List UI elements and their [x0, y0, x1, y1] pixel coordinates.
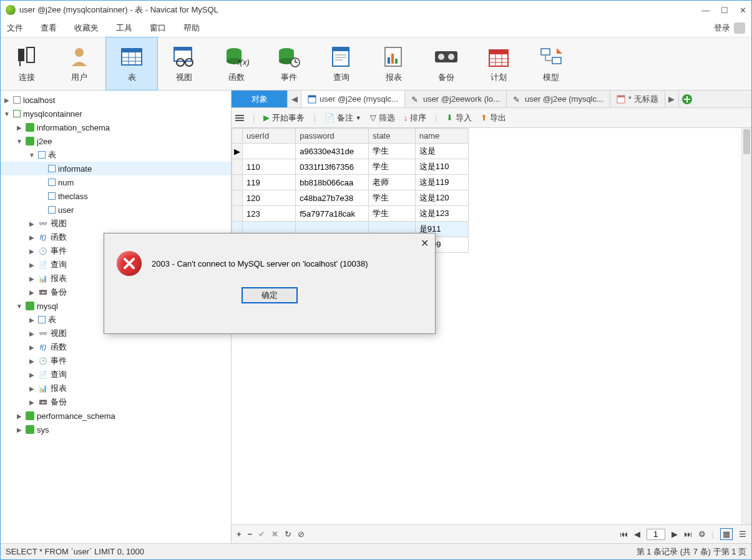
begin-transaction-button[interactable]: ▶开始事务 — [263, 112, 305, 124]
table-row[interactable]: 123f5a7977a18cak学生这是123 — [232, 206, 469, 222]
refresh-button[interactable]: ↻ — [285, 529, 291, 539]
hamburger-button[interactable] — [235, 115, 244, 121]
add-row-button[interactable]: + — [237, 529, 242, 539]
first-page-button[interactable]: ⏮ — [620, 529, 628, 539]
tree-db-information-schema[interactable]: ▶information_schema — [1, 120, 231, 134]
cell-userId[interactable]: 119 — [243, 175, 296, 190]
cell-name[interactable]: 这是119 — [415, 175, 468, 190]
cell-name[interactable]: 这是 — [415, 144, 468, 159]
cell-password[interactable]: f5a7977a18cak — [296, 206, 369, 222]
toolbar-user[interactable]: 用户 — [53, 37, 105, 90]
cell-state[interactable]: 学生 — [369, 144, 416, 159]
note-button[interactable]: 📄备注▼ — [325, 112, 361, 124]
tree-table-informate[interactable]: informate — [1, 162, 231, 175]
cell-userId[interactable]: 110 — [243, 159, 296, 175]
tree-db-j2ee[interactable]: ▼j2ee — [1, 134, 231, 148]
toolbar-query[interactable]: 查询 — [315, 37, 368, 90]
col-state[interactable]: state — [369, 129, 416, 144]
toolbar-report[interactable]: 报表 — [368, 37, 420, 90]
commit-button[interactable]: ✔ — [258, 529, 265, 539]
tab-user-j2ee-1[interactable]: user @j2ee (mysqlc... — [301, 91, 405, 107]
cancel-button[interactable]: ✖ — [271, 529, 278, 539]
table-row[interactable]: 119bb818b066caa老师这是119 — [232, 175, 469, 190]
toolbar-view[interactable]: 视图 — [158, 37, 210, 90]
cell-password[interactable]: a96330e431de — [296, 144, 369, 159]
dialog-close-button[interactable]: ✕ — [421, 237, 429, 249]
table-row[interactable]: 1100331f13f67356学生这是110 — [232, 159, 469, 175]
toolbar-function[interactable]: f(x)函数 — [210, 37, 263, 90]
toolbar-table[interactable]: 表 — [105, 37, 158, 91]
tree-tables-folder[interactable]: ▼表 — [1, 148, 231, 162]
last-page-button[interactable]: ⏭ — [684, 529, 692, 539]
menu-file[interactable]: 文件 — [7, 22, 23, 34]
cell-name[interactable]: 这是120 — [415, 190, 468, 206]
minimize-button[interactable]: — — [701, 6, 710, 15]
menu-view[interactable]: 查看 — [41, 22, 57, 34]
tab-user-j2ee-2[interactable]: ✎user @j2ee (mysqlc... — [507, 91, 610, 107]
tree-table-num[interactable]: num — [1, 175, 231, 189]
table-row[interactable]: 120c48ba27b7e38学生这是120 — [232, 190, 469, 206]
cell-password[interactable]: bb818b066caa — [296, 175, 369, 190]
tree-table-theclass[interactable]: theclass — [1, 189, 231, 203]
stop-button[interactable]: ⊘ — [298, 529, 305, 539]
menu-tools[interactable]: 工具 — [116, 22, 132, 34]
tab-objects[interactable]: 对象 — [232, 91, 288, 107]
cell-state[interactable]: 学生 — [369, 206, 416, 222]
cell-state[interactable]: 学生 — [369, 190, 416, 206]
table-row[interactable]: ▶a96330e431de学生这是 — [232, 144, 469, 159]
tab-prev[interactable]: ◀ — [288, 91, 301, 107]
menu-favorites[interactable]: 收藏夹 — [74, 22, 99, 34]
tab-next[interactable]: ▶ — [665, 91, 679, 107]
dialog-ok-button[interactable]: 确定 — [242, 287, 298, 303]
scrollbar-thumb[interactable] — [743, 129, 750, 154]
cell-userId[interactable] — [243, 144, 296, 159]
form-view-button[interactable]: ☰ — [739, 529, 746, 539]
toolbar-event[interactable]: 事件 — [263, 37, 315, 90]
tab-user-j2eework[interactable]: ✎user @j2eework (lo... — [405, 91, 507, 107]
settings-button[interactable]: ⚙ — [698, 529, 706, 539]
tree-reports2[interactable]: ▶📊报表 — [1, 381, 231, 395]
col-password[interactable]: password — [296, 129, 369, 144]
tree-connection-mysqlcontainner[interactable]: ▼mysqlcontainner — [1, 107, 231, 120]
delete-row-button[interactable]: − — [248, 529, 253, 539]
menu-help[interactable]: 帮助 — [183, 22, 200, 34]
cell-userId[interactable]: 123 — [243, 206, 296, 222]
export-button[interactable]: ⬆导出 — [481, 112, 506, 124]
tree-functions2[interactable]: ▶f()函数 — [1, 340, 231, 354]
cell-name[interactable]: 这是110 — [415, 159, 468, 175]
tree-events2[interactable]: ▶🕒事件 — [1, 354, 231, 368]
tree-backups2[interactable]: ▶📼备份 — [1, 395, 231, 409]
filter-button[interactable]: ▽筛选 — [370, 112, 395, 124]
tab-new[interactable] — [679, 91, 695, 107]
vertical-scrollbar[interactable] — [741, 128, 751, 524]
cell-state[interactable]: 老师 — [369, 175, 416, 190]
toolbar-schedule[interactable]: 计划 — [472, 37, 525, 90]
grid-view-button[interactable]: ▦ — [720, 528, 733, 540]
cell-name[interactable]: 这是123 — [415, 206, 468, 222]
login-link[interactable]: 登录 — [714, 22, 745, 34]
page-input[interactable] — [647, 529, 665, 540]
prev-page-button[interactable]: ◀ — [634, 529, 640, 539]
cell-state[interactable]: 学生 — [369, 159, 416, 175]
tree-db-performance-schema[interactable]: ▶performance_schema — [1, 409, 231, 423]
next-page-button[interactable]: ▶ — [671, 529, 678, 539]
toolbar-backup[interactable]: 备份 — [420, 37, 472, 90]
sort-button[interactable]: ↓排序 — [404, 112, 427, 124]
cell-userId[interactable]: 120 — [243, 190, 296, 206]
import-button[interactable]: ⬇导入 — [446, 112, 472, 124]
toolbar-model[interactable]: 模型 — [525, 37, 577, 90]
tree-views[interactable]: ▶👓视图 — [1, 217, 231, 230]
cell-password[interactable]: 0331f13f67356 — [296, 159, 369, 175]
col-name[interactable]: name — [415, 129, 468, 144]
tab-untitled[interactable]: * 无标题 — [610, 91, 665, 107]
close-button[interactable]: ✕ — [740, 6, 746, 15]
cell-password[interactable]: c48ba27b7e38 — [296, 190, 369, 206]
tree-queries2[interactable]: ▶📄查询 — [1, 368, 231, 381]
tree-connection-localhost[interactable]: ▶localhost — [1, 93, 231, 107]
maximize-button[interactable]: ☐ — [721, 6, 728, 15]
col-userid[interactable]: userId — [243, 129, 296, 144]
tree-db-sys[interactable]: ▶sys — [1, 423, 231, 436]
toolbar-connect[interactable]: 连接 — [1, 37, 53, 90]
tree-table-user[interactable]: user — [1, 203, 231, 217]
menu-window[interactable]: 窗口 — [150, 22, 166, 34]
